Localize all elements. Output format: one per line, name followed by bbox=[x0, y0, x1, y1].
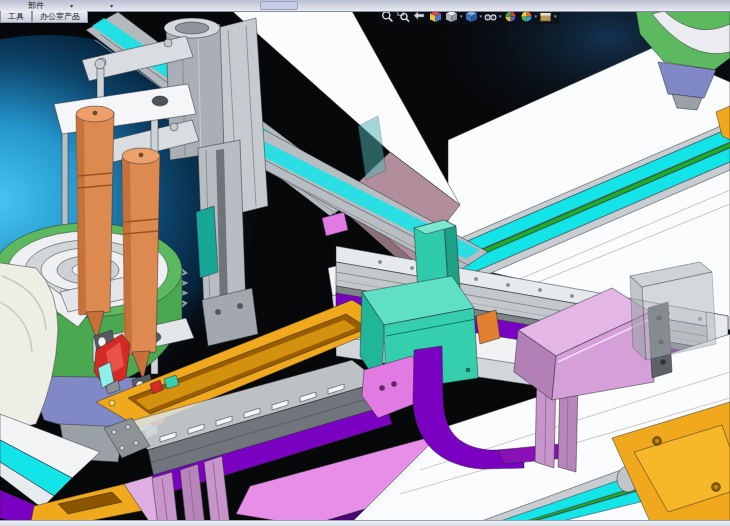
dropdown-caret[interactable]: ▾ bbox=[70, 1, 73, 11]
top-toolbar: 部件 ▾ ▾ bbox=[0, 0, 730, 12]
toolbar-highlight-button[interactable] bbox=[260, 1, 298, 10]
dropdown-caret[interactable]: ▾ bbox=[554, 13, 557, 19]
dropdown-caret[interactable]: ▾ bbox=[460, 13, 463, 19]
teal-plate bbox=[196, 206, 218, 278]
assembly-command-label[interactable]: 部件 bbox=[28, 0, 44, 11]
dropdown-caret[interactable]: ▾ bbox=[535, 13, 538, 19]
commandmanager-tabs: 工具 办公室产品 bbox=[0, 11, 88, 23]
tab-office-products[interactable]: 办公室产品 bbox=[32, 11, 88, 23]
dropdown-caret[interactable]: ▾ bbox=[110, 1, 113, 11]
status-bar bbox=[0, 520, 730, 526]
tab-tools[interactable]: 工具 bbox=[0, 11, 32, 23]
dropdown-caret[interactable]: ▾ bbox=[480, 13, 483, 19]
dropdown-caret[interactable]: ▾ bbox=[499, 13, 502, 19]
orange-connector bbox=[476, 310, 500, 344]
solidworks-window: 部件 ▾ ▾ 工具 办公室产品 ▾ ▾ ▾ bbox=[0, 0, 730, 526]
3d-viewport[interactable] bbox=[0, 0, 730, 526]
